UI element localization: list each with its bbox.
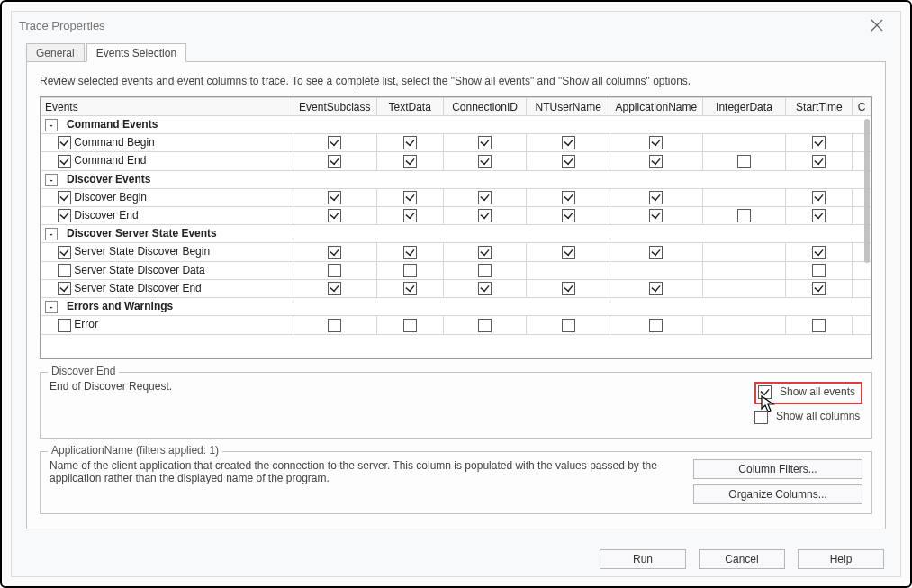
checkbox-icon[interactable]: [649, 246, 663, 259]
cell-checkbox[interactable]: [443, 188, 527, 206]
checkbox-icon[interactable]: [328, 191, 341, 204]
cell-checkbox[interactable]: [786, 134, 853, 152]
cell-checkbox[interactable]: [702, 316, 786, 334]
checkbox-icon[interactable]: [478, 264, 492, 277]
cell-checkbox[interactable]: [610, 316, 703, 334]
checkbox-icon[interactable]: [562, 136, 575, 149]
cell-checkbox[interactable]: [293, 206, 376, 224]
cell-checkbox[interactable]: [527, 188, 610, 206]
cell-checkbox[interactable]: [610, 134, 703, 152]
expander-icon[interactable]: -: [45, 174, 58, 186]
cell-checkbox[interactable]: [610, 243, 703, 261]
checkbox-icon[interactable]: [812, 282, 826, 295]
cell-checkbox[interactable]: [527, 279, 610, 297]
checkbox-icon[interactable]: [812, 246, 826, 259]
cell-checkbox[interactable]: [610, 152, 703, 170]
checkbox-icon[interactable]: [478, 136, 492, 149]
cell-checkbox[interactable]: [527, 152, 610, 170]
checkbox-icon[interactable]: [328, 282, 341, 295]
cell-checkbox[interactable]: [293, 188, 376, 206]
cell-checkbox[interactable]: [610, 279, 703, 297]
cell-checkbox[interactable]: [376, 243, 443, 261]
run-button[interactable]: Run: [600, 549, 686, 569]
col-header-events[interactable]: Events: [41, 98, 293, 116]
checkbox-icon[interactable]: [328, 264, 341, 277]
checkbox-icon[interactable]: [562, 155, 575, 168]
cell-checkbox[interactable]: [527, 134, 610, 152]
cell-checkbox[interactable]: [376, 134, 443, 152]
checkbox-icon[interactable]: [58, 264, 71, 277]
cell-checkbox[interactable]: [527, 206, 610, 224]
col-header-starttime[interactable]: StartTime: [786, 98, 853, 116]
cell-checkbox[interactable]: [376, 261, 443, 279]
cell-checkbox[interactable]: [293, 316, 376, 334]
checkbox-icon[interactable]: [403, 264, 417, 277]
show-all-events-checkbox[interactable]: Show all events: [758, 385, 855, 399]
col-header-textdata[interactable]: TextData: [376, 98, 443, 116]
checkbox-icon[interactable]: [562, 209, 575, 222]
checkbox-icon[interactable]: [649, 155, 663, 168]
col-header-eventsubclass[interactable]: EventSubclass: [293, 98, 376, 116]
checkbox-icon[interactable]: [812, 136, 826, 149]
expander-icon[interactable]: -: [45, 228, 58, 240]
col-header-ntusername[interactable]: NTUserName: [527, 98, 610, 116]
checkbox-icon[interactable]: [328, 209, 341, 222]
cell-checkbox[interactable]: [443, 316, 527, 334]
cell-checkbox[interactable]: [702, 188, 786, 206]
checkbox-icon[interactable]: [328, 319, 341, 332]
expander-icon[interactable]: -: [45, 119, 58, 131]
cell-checkbox[interactable]: [702, 152, 786, 170]
checkbox-icon[interactable]: [649, 136, 663, 149]
col-header-integerdata[interactable]: IntegerData: [702, 98, 786, 116]
cell-checkbox[interactable]: [443, 152, 527, 170]
checkbox-icon[interactable]: [403, 246, 417, 259]
cell-checkbox[interactable]: [786, 188, 853, 206]
checkbox-icon[interactable]: [812, 191, 826, 204]
cell-checkbox[interactable]: [853, 279, 871, 297]
cell-checkbox[interactable]: [293, 279, 376, 297]
cell-checkbox[interactable]: [853, 261, 871, 279]
cell-checkbox[interactable]: [786, 316, 853, 334]
cell-checkbox[interactable]: [376, 188, 443, 206]
cell-checkbox[interactable]: [702, 206, 786, 224]
checkbox-icon[interactable]: [328, 136, 341, 149]
checkbox-icon[interactable]: [478, 155, 492, 168]
checkbox-icon[interactable]: [562, 191, 575, 204]
checkbox-icon[interactable]: [478, 209, 492, 222]
cancel-button[interactable]: Cancel: [699, 549, 785, 569]
col-header-overflow[interactable]: C: [853, 98, 871, 116]
cell-checkbox[interactable]: [527, 316, 610, 334]
cell-checkbox[interactable]: [443, 206, 527, 224]
cell-checkbox[interactable]: [293, 152, 376, 170]
cell-checkbox[interactable]: [786, 152, 853, 170]
cell-checkbox[interactable]: [610, 206, 703, 224]
column-filters-button[interactable]: Column Filters...: [693, 459, 862, 479]
cell-checkbox[interactable]: [702, 243, 786, 261]
checkbox-icon[interactable]: [58, 246, 71, 259]
checkbox-icon[interactable]: [649, 209, 663, 222]
checkbox-icon[interactable]: [403, 155, 417, 168]
events-grid[interactable]: Events EventSubclass TextData Connection…: [41, 97, 871, 335]
cell-checkbox[interactable]: [786, 206, 853, 224]
cell-checkbox[interactable]: [527, 261, 610, 279]
checkbox-icon[interactable]: [403, 136, 417, 149]
checkbox-icon[interactable]: [58, 191, 71, 204]
col-header-applicationname[interactable]: ApplicationName: [610, 98, 703, 116]
checkbox-icon[interactable]: [812, 155, 826, 168]
checkbox-icon[interactable]: [328, 155, 341, 168]
cell-checkbox[interactable]: [702, 134, 786, 152]
cell-checkbox[interactable]: [527, 243, 610, 261]
checkbox-icon[interactable]: [737, 155, 751, 168]
checkbox-icon[interactable]: [403, 282, 417, 295]
checkbox-icon[interactable]: [562, 319, 575, 332]
cell-checkbox[interactable]: [702, 279, 786, 297]
show-all-columns-checkbox[interactable]: Show all columns: [754, 410, 862, 423]
checkbox-icon[interactable]: [328, 246, 341, 259]
expander-icon[interactable]: -: [45, 301, 58, 313]
cell-checkbox[interactable]: [293, 243, 376, 261]
checkbox-icon[interactable]: [562, 246, 575, 259]
checkbox-icon[interactable]: [649, 319, 663, 332]
checkbox-icon[interactable]: [58, 155, 71, 168]
checkbox-icon[interactable]: [478, 191, 492, 204]
cell-checkbox[interactable]: [443, 243, 527, 261]
